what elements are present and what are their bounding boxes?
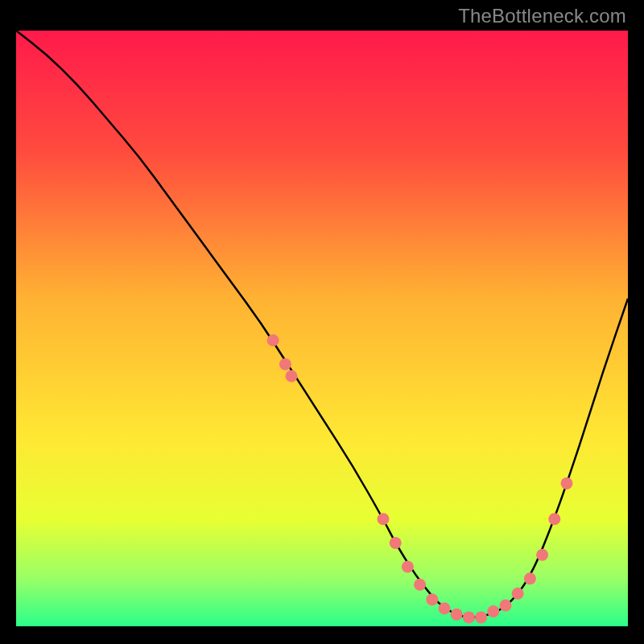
data-point-marker (475, 611, 487, 623)
data-point-marker (548, 513, 560, 525)
data-point-marker (279, 358, 291, 370)
data-point-marker (512, 588, 524, 600)
data-point-marker (286, 370, 298, 382)
data-point-marker (561, 477, 573, 489)
data-point-marker (536, 549, 548, 561)
data-point-marker (390, 537, 402, 549)
data-point-marker (267, 334, 279, 346)
data-point-marker (451, 609, 463, 621)
data-point-marker (463, 611, 475, 623)
data-point-marker (500, 600, 512, 612)
data-point-marker (524, 572, 536, 584)
bottleneck-chart (16, 31, 628, 626)
data-point-marker (378, 513, 390, 525)
data-point-marker (439, 602, 451, 614)
attribution-label: TheBottleneck.com (458, 5, 626, 27)
data-point-marker (426, 593, 438, 605)
chart-area (16, 31, 628, 626)
data-point-marker (414, 579, 426, 591)
data-point-marker (402, 561, 414, 573)
data-point-marker (487, 605, 499, 617)
